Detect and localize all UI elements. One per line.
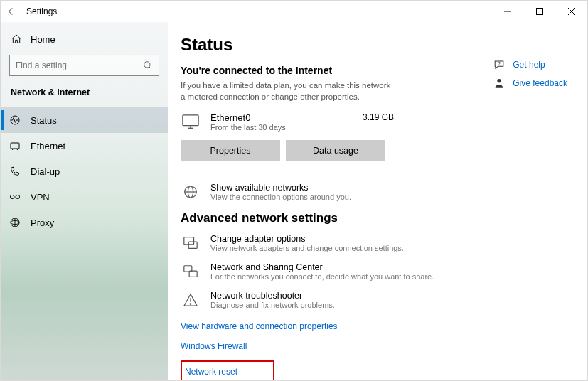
advanced-heading: Advanced network settings [181, 211, 573, 225]
minimize-button[interactable] [491, 1, 523, 22]
home-icon [11, 33, 22, 45]
get-help-link[interactable]: ? Get help [493, 59, 567, 70]
svg-line-5 [149, 67, 151, 69]
status-icon [9, 114, 21, 126]
highlight-annotation: Network reset [181, 360, 274, 380]
sharing-center-sub: For the networks you connect to, decide … [210, 272, 434, 281]
properties-button[interactable]: Properties [181, 140, 280, 161]
adapter-options-sub: View network adapters and change connect… [210, 244, 404, 252]
dialup-icon [9, 166, 21, 177]
window-title: Settings [26, 6, 57, 16]
adapter-sub: From the last 30 days [210, 123, 286, 132]
link-windows-firewall[interactable]: Windows Firewall [181, 341, 247, 351]
search-input[interactable] [16, 60, 143, 70]
sidebar-item-ethernet[interactable]: Ethernet [1, 133, 168, 159]
monitor-icon [181, 112, 201, 131]
adapter-options-row[interactable]: Change adapter options View network adap… [181, 234, 573, 252]
get-help-label: Get help [513, 60, 545, 70]
svg-text:?: ? [498, 61, 501, 66]
warning-icon [181, 291, 201, 308]
maximize-button[interactable] [523, 1, 555, 22]
help-icon: ? [493, 59, 506, 70]
troubleshooter-sub: Diagnose and fix network problems. [210, 301, 335, 309]
svg-rect-1 [536, 9, 542, 15]
svg-point-11 [16, 195, 19, 198]
ethernet-icon [9, 140, 21, 151]
home-label: Home [31, 34, 55, 45]
home-button[interactable]: Home [1, 28, 168, 50]
close-button[interactable] [555, 1, 587, 22]
troubleshooter-row[interactable]: Network troubleshooter Diagnose and fix … [181, 291, 573, 309]
link-network-reset[interactable]: Network reset [185, 367, 237, 377]
give-feedback-link[interactable]: Give feedback [493, 77, 567, 89]
sidebar-item-label: VPN [31, 192, 50, 203]
adapter-icon [181, 234, 201, 251]
show-networks-title: Show available networks [210, 183, 351, 193]
svg-rect-16 [183, 115, 198, 126]
svg-rect-7 [11, 143, 19, 149]
sidebar-item-status[interactable]: Status [1, 107, 168, 133]
page-title: Status [181, 35, 573, 55]
troubleshooter-title: Network troubleshooter [210, 291, 335, 301]
sidebar-item-label: Proxy [31, 218, 54, 228]
back-button[interactable] [1, 1, 22, 22]
proxy-icon [9, 217, 21, 228]
vpn-icon [9, 191, 21, 203]
feedback-icon [493, 77, 506, 89]
sidebar-item-label: Ethernet [31, 141, 65, 151]
sharing-icon [181, 262, 201, 279]
search-box[interactable] [9, 55, 159, 76]
globe-icon [181, 183, 201, 200]
sharing-center-title: Network and Sharing Center [210, 262, 434, 272]
show-networks-sub: View the connection options around you. [210, 193, 351, 201]
link-hardware-properties[interactable]: View hardware and connection properties [181, 321, 338, 331]
svg-point-29 [498, 79, 501, 82]
sidebar-item-label: Dial-up [31, 166, 60, 177]
data-usage-button[interactable]: Data usage [286, 140, 385, 161]
sidebar-heading: Network & Internet [1, 85, 168, 107]
connected-description: If you have a limited data plan, you can… [181, 80, 394, 102]
svg-point-10 [10, 195, 14, 198]
svg-point-4 [144, 62, 150, 68]
adapter-usage: 3.19 GB [363, 112, 422, 122]
titlebar: Settings [1, 1, 587, 22]
sidebar-item-dialup[interactable]: Dial-up [1, 159, 168, 184]
sidebar-item-label: Status [31, 115, 57, 126]
adapter-options-title: Change adapter options [210, 234, 404, 244]
content-area: Status You're connected to the Internet … [168, 22, 587, 380]
give-feedback-label: Give feedback [513, 78, 567, 88]
svg-point-27 [190, 304, 191, 304]
sharing-center-row[interactable]: Network and Sharing Center For the netwo… [181, 262, 573, 281]
show-networks-row[interactable]: Show available networks View the connect… [181, 183, 573, 201]
sidebar: Home Network & Internet Status [1, 22, 168, 380]
sidebar-item-proxy[interactable]: Proxy [1, 210, 168, 235]
adapter-name: Ethernet0 [210, 112, 286, 123]
search-icon [143, 60, 153, 70]
svg-rect-23 [188, 242, 197, 248]
sidebar-item-vpn[interactable]: VPN [1, 184, 168, 210]
